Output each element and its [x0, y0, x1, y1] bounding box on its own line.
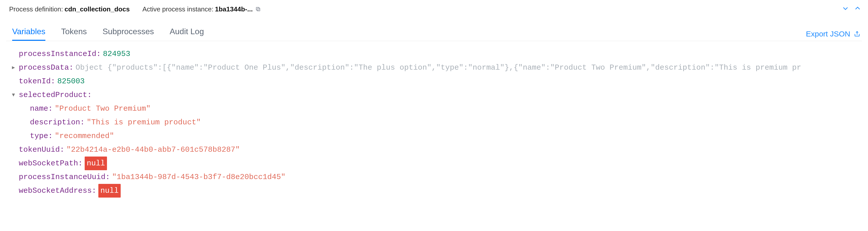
var-value: "This is premium product": [87, 116, 201, 129]
var-key: tokenUuid: [19, 143, 60, 157]
var-value: "1ba1344b-987d-4543-b3f7-d8e20bcc1d45": [112, 170, 285, 184]
var-value: 825003: [57, 74, 85, 88]
svg-rect-0: [257, 8, 260, 11]
tab-audit-log[interactable]: Audit Log: [169, 23, 204, 41]
var-key: webSocketPath: [19, 157, 78, 170]
var-row-tokenUuid: tokenUuid: "22b4214a-e2b0-44b0-abb7-601c…: [11, 143, 857, 157]
var-row-tokenId: tokenId: 825003: [11, 74, 857, 88]
var-value-null: null: [98, 184, 121, 198]
var-row-webSocketAddress: webSocketAddress: null: [11, 184, 857, 198]
var-row-processInstanceUuid: processInstanceUuid: "1ba1344b-987d-4543…: [11, 170, 857, 184]
var-key: tokenId: [19, 74, 51, 88]
tabs: Variables Tokens Subprocesses Audit Log …: [6, 23, 862, 41]
chevron-up-icon[interactable]: [853, 4, 862, 13]
var-key: processInstanceUuid: [19, 170, 105, 184]
var-row-selectedProduct-description: description: "This is premium product": [11, 116, 857, 129]
svg-rect-1: [256, 7, 259, 10]
active-instance-value: 1ba1344b-...: [215, 5, 253, 13]
tab-variables[interactable]: Variables: [12, 23, 45, 41]
var-key: processInstanceId: [19, 47, 96, 61]
caret-right-icon[interactable]: ▸: [11, 61, 19, 74]
copy-icon[interactable]: [255, 6, 261, 12]
var-row-selectedProduct: ▾ selectedProduct:: [11, 88, 857, 102]
var-key: type: [30, 129, 48, 143]
process-definition-label: Process definition:: [9, 5, 63, 13]
var-key: name: [30, 102, 48, 116]
var-key: description: [30, 116, 80, 129]
var-value: "Product Two Premium": [55, 102, 151, 116]
var-row-selectedProduct-name: name: "Product Two Premium": [11, 102, 857, 116]
var-value: "22b4214a-e2b0-44b0-abb7-601c578b8287": [66, 143, 240, 157]
var-preview: Object {"products":[{"name":"Product One…: [75, 61, 857, 74]
var-value: "recommended": [55, 129, 114, 143]
var-value-null: null: [85, 157, 107, 170]
var-row-processInstanceId: processInstanceId: 824953: [11, 47, 857, 61]
caret-down-icon[interactable]: ▾: [11, 88, 19, 102]
var-key: selectedProduct: [19, 88, 87, 102]
share-icon[interactable]: [854, 31, 860, 37]
var-key: processData: [19, 61, 69, 74]
var-row-processData: ▸ processData: Object {"products":[{"nam…: [11, 61, 857, 74]
process-header: Process definition: cdn_collection_docs …: [6, 4, 862, 14]
tab-subprocesses[interactable]: Subprocesses: [102, 23, 154, 41]
chevron-down-icon[interactable]: [841, 4, 850, 13]
var-row-webSocketPath: webSocketPath: null: [11, 157, 857, 170]
var-key: webSocketAddress: [19, 184, 92, 198]
tab-tokens[interactable]: Tokens: [61, 23, 87, 41]
var-value: 824953: [103, 47, 130, 61]
process-definition-value: cdn_collection_docs: [64, 5, 129, 13]
var-row-selectedProduct-type: type: "recommended": [11, 129, 857, 143]
active-instance-label: Active process instance:: [143, 5, 213, 13]
export-json-link[interactable]: Export JSON: [806, 30, 850, 38]
variables-tree: processInstanceId: 824953 ▸ processData:…: [6, 41, 862, 200]
